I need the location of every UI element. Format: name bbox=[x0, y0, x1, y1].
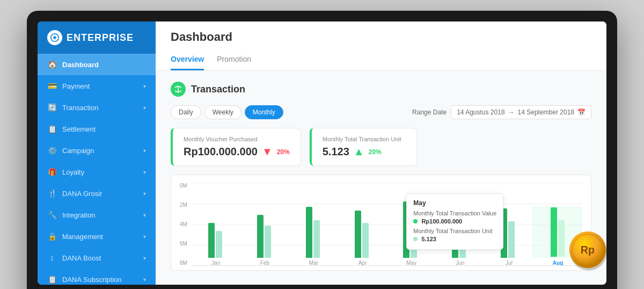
date-to: 14 September 2018 bbox=[518, 109, 574, 116]
sidebar-item-dana-boost[interactable]: ↕️ DANA Boost ▾ bbox=[38, 247, 156, 269]
filter-buttons: Daily Weekly Monthly bbox=[171, 105, 283, 119]
date-range-value[interactable]: 14 Agustus 2018 → 14 September 2018 📅 bbox=[451, 105, 591, 119]
sidebar: ENTERPRISE 🏠 Dashboard 💳 Payme bbox=[38, 21, 156, 285]
sidebar-item-loyalty[interactable]: 🎁 Loyalty ▾ bbox=[38, 161, 156, 183]
chart-x-labels: Jan Feb Mar Apr May Jun Jul Aug bbox=[192, 258, 582, 266]
stat-label-voucher: Monthly Voucher Purchased bbox=[184, 136, 290, 142]
tab-bar: Overview Promotion bbox=[171, 50, 591, 70]
tooltip-row-0: Monthly Total Transaction Value bbox=[413, 210, 496, 216]
x-label-jun: Jun bbox=[436, 258, 485, 266]
sidebar-label-management: Management bbox=[62, 233, 103, 241]
sidebar-label-dana-grosir: DANA Grosir bbox=[62, 190, 102, 198]
tooltip-value-0: Rp100.000.000 bbox=[421, 218, 462, 225]
chevron-down-icon: ▾ bbox=[143, 191, 146, 197]
x-label-mar: Mar bbox=[289, 258, 338, 266]
sidebar-label-dana-boost: DANA Boost bbox=[62, 254, 101, 262]
logo-icon bbox=[47, 30, 62, 45]
stat-change-voucher: 20% bbox=[277, 148, 290, 156]
payment-icon: 💳 bbox=[47, 81, 57, 91]
chevron-down-icon: ▾ bbox=[143, 148, 146, 154]
tooltip-dot-1 bbox=[413, 237, 418, 241]
x-label-may: May bbox=[387, 258, 436, 266]
main-content: Dashboard Overview Promotion bbox=[156, 21, 606, 285]
x-label-jan: Jan bbox=[192, 258, 240, 266]
tooltip-label-0: Monthly Total Transaction Value bbox=[413, 210, 496, 216]
bar-group-feb bbox=[240, 215, 288, 258]
stat-card-voucher: Monthly Voucher Purchased Rp100.000.000 … bbox=[171, 128, 301, 166]
x-label-apr: Apr bbox=[338, 258, 387, 266]
stat-value-unit: 5.123 ▲ 20% bbox=[323, 146, 406, 158]
filter-bar: Daily Weekly Monthly Range Date 14 Agust… bbox=[171, 105, 591, 119]
chart-tooltip: May Monthly Total Transaction Value Rp10… bbox=[406, 193, 503, 250]
campaign-icon: ⚙️ bbox=[47, 146, 57, 155]
coin-decoration: Rp bbox=[564, 226, 612, 274]
range-date-label: Range Date bbox=[412, 109, 447, 116]
transaction-icon: 🔄 bbox=[47, 103, 57, 112]
settlement-icon: 📋 bbox=[47, 124, 57, 134]
section-header: Transaction bbox=[171, 82, 591, 97]
management-icon: 🔒 bbox=[47, 232, 57, 241]
bar-group-mar bbox=[289, 207, 336, 258]
chevron-down-icon: ▾ bbox=[143, 105, 146, 111]
x-label-feb: Feb bbox=[240, 258, 289, 266]
stats-row: Monthly Voucher Purchased Rp100.000.000 … bbox=[171, 128, 591, 166]
bar-feb-dark bbox=[257, 215, 264, 258]
sidebar-item-dana-subscription[interactable]: 📋 DANA Subscription ▾ bbox=[38, 269, 156, 285]
x-label-jul: Jul bbox=[485, 258, 533, 266]
filter-weekly[interactable]: Weekly bbox=[204, 105, 241, 119]
bar-group-jan bbox=[192, 223, 239, 258]
sidebar-label-loyalty: Loyalty bbox=[62, 168, 84, 176]
sidebar-item-dashboard[interactable]: 🏠 Dashboard bbox=[38, 54, 156, 75]
tooltip-dot-0 bbox=[413, 219, 418, 223]
sidebar-label-settlement: Settlement bbox=[62, 125, 96, 133]
transaction-section-icon bbox=[171, 82, 186, 97]
sidebar-item-transaction[interactable]: 🔄 Transaction ▾ bbox=[38, 97, 156, 118]
stat-card-unit: Monthly Total Transaction Unit 5.123 ▲ 2… bbox=[310, 128, 417, 166]
dashboard-icon: 🏠 bbox=[47, 60, 57, 69]
svg-text:Rp: Rp bbox=[581, 244, 595, 256]
chevron-down-icon: ▾ bbox=[143, 234, 146, 240]
tooltip-value-1: 5.123 bbox=[421, 236, 436, 242]
filter-daily[interactable]: Daily bbox=[171, 105, 201, 119]
bar-mar-dark bbox=[306, 207, 312, 258]
integration-icon: 🔧 bbox=[47, 210, 57, 220]
sidebar-label-dashboard: Dashboard bbox=[62, 61, 99, 69]
section-title: Transaction bbox=[191, 84, 245, 95]
main-body: Transaction Daily Weekly Monthly Range D… bbox=[156, 71, 606, 285]
filter-monthly[interactable]: Monthly bbox=[245, 105, 283, 119]
stat-label-unit: Monthly Total Transaction Unit bbox=[323, 136, 406, 142]
logo: ENTERPRISE bbox=[38, 21, 156, 54]
sidebar-label-payment: Payment bbox=[62, 82, 90, 90]
screen: ENTERPRISE 🏠 Dashboard 💳 Payme bbox=[38, 21, 606, 285]
bar-feb-light bbox=[265, 226, 271, 258]
sidebar-item-settlement[interactable]: 📋 Settlement bbox=[38, 118, 156, 140]
dana-grosir-icon: 🍴 bbox=[47, 189, 57, 198]
sidebar-label-integration: Integration bbox=[62, 211, 95, 219]
sidebar-item-integration[interactable]: 🔧 Integration ▾ bbox=[38, 204, 156, 226]
laptop-frame: ENTERPRISE 🏠 Dashboard 💳 Payme bbox=[27, 11, 617, 289]
sidebar-label-campaign: Campaign bbox=[62, 147, 94, 155]
dana-boost-icon: ↕️ bbox=[47, 253, 57, 263]
bar-jan-dark bbox=[208, 223, 215, 258]
sidebar-item-dana-grosir[interactable]: 🍴 DANA Grosir ▾ bbox=[38, 183, 156, 204]
sidebar-item-payment[interactable]: 💳 Payment ▾ bbox=[38, 75, 156, 97]
up-arrow-icon: ▲ bbox=[354, 146, 364, 158]
sidebar-item-campaign[interactable]: ⚙️ Campaign ▾ bbox=[38, 140, 156, 161]
sidebar-label-dana-subscription: DANA Subscription bbox=[62, 276, 122, 284]
page-title: Dashboard bbox=[171, 30, 591, 44]
chevron-down-icon: ▾ bbox=[143, 169, 146, 175]
sidebar-label-transaction: Transaction bbox=[62, 104, 98, 112]
tooltip-value-row-0: Rp100.000.000 bbox=[413, 218, 496, 225]
bar-apr-dark bbox=[355, 211, 361, 258]
date-from: 14 Agustus 2018 bbox=[457, 109, 504, 116]
logo-text: ENTERPRISE bbox=[67, 32, 134, 44]
sidebar-item-management[interactable]: 🔒 Management ▾ bbox=[38, 226, 156, 247]
down-arrow-icon: ▼ bbox=[262, 146, 273, 158]
tab-overview[interactable]: Overview bbox=[171, 50, 204, 70]
tooltip-row-1: Monthly Total Transaction Unit bbox=[413, 228, 496, 234]
chevron-down-icon: ▾ bbox=[143, 255, 146, 261]
tab-promotion[interactable]: Promotion bbox=[217, 50, 251, 70]
calendar-icon: 📅 bbox=[577, 109, 586, 116]
date-range: Range Date 14 Agustus 2018 → 14 Septembe… bbox=[412, 105, 591, 119]
sidebar-navigation: 🏠 Dashboard 💳 Payment ▾ bbox=[38, 54, 156, 285]
